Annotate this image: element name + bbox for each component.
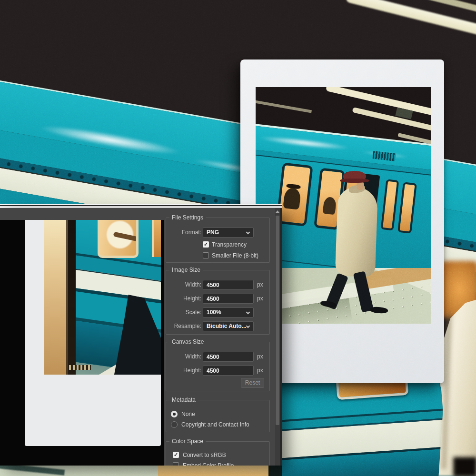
metadata-none-radio[interactable] [171, 411, 178, 417]
instant-photo-image [256, 87, 431, 324]
section-title: Image Size [169, 267, 203, 273]
height-unit: px [257, 294, 263, 304]
floor-tan-block [158, 464, 268, 476]
image-height-input[interactable] [203, 294, 254, 304]
reset-button[interactable]: Reset [241, 378, 264, 388]
doorway-interior-strip [44, 220, 68, 375]
platform-floor-strip [0, 464, 282, 476]
resample-value: Bicubic Auto... [207, 323, 247, 329]
door-threshold [69, 365, 91, 370]
scale-dropdown[interactable]: 100% [203, 307, 254, 317]
file-settings-section: File Settings Format: PNG ✓ Transparency… [166, 218, 270, 263]
passenger-silhouette [283, 187, 301, 210]
canvas-width-label: Width: [166, 352, 201, 362]
scale-value: 100% [207, 309, 221, 316]
ceiling-light-icon [256, 99, 312, 113]
format-dropdown[interactable]: PNG [203, 228, 254, 238]
canvas-height-label: Height: [166, 366, 201, 376]
width-unit: px [257, 280, 263, 290]
resample-dropdown[interactable]: Bicubic Auto... [203, 321, 254, 331]
resample-label: Resample: [166, 321, 201, 331]
embed-profile-checkbox[interactable] [173, 462, 179, 466]
format-label: Format: [166, 228, 201, 238]
door-jamb [68, 220, 76, 375]
panel-scrollbar[interactable] [275, 208, 280, 466]
chevron-down-icon [246, 230, 250, 234]
section-title: Metadata [169, 397, 198, 403]
canvas-height-input[interactable] [203, 366, 254, 376]
chevron-down-icon [246, 324, 250, 328]
canvas-height-unit: px [257, 366, 263, 376]
roof-vent-grille [372, 151, 396, 161]
export-preview-area[interactable] [0, 220, 164, 466]
height-label: Height: [166, 294, 201, 304]
export-settings-panel: File Settings Format: PNG ✓ Transparency… [164, 208, 275, 466]
image-size-section: Image Size Width: px Height: px Scale: 1… [166, 270, 270, 335]
metadata-copyright-radio[interactable] [171, 421, 178, 428]
format-value: PNG [207, 229, 219, 236]
smaller-file-label: Smaller File (8-bit) [212, 252, 258, 259]
width-label: Width: [166, 280, 201, 290]
transparency-checkbox[interactable]: ✓ [203, 241, 209, 248]
canvas-size-section: Canvas Size Width: px Height: px Reset [166, 342, 270, 391]
corner-shadow [453, 457, 476, 476]
section-title: File Settings [169, 214, 206, 221]
metadata-copyright-label: Copyright and Contact Info [181, 421, 249, 428]
transparency-label: Transparency [212, 241, 247, 248]
metadata-none-label: None [181, 411, 195, 417]
scale-label: Scale: [166, 307, 201, 317]
image-width-input[interactable] [203, 280, 254, 290]
train-window [381, 179, 399, 230]
export-dialog: File Settings Format: PNG ✓ Transparency… [0, 208, 282, 466]
metadata-section: Metadata None Copyright and Contact Info [166, 400, 270, 432]
preview-train-window [98, 220, 139, 258]
passenger-silhouette [323, 197, 337, 215]
section-title: Canvas Size [169, 338, 206, 345]
train-window [397, 182, 417, 234]
reflection-streak [259, 134, 350, 152]
canvas-width-input[interactable] [203, 352, 254, 362]
scrollbar-thumb[interactable] [276, 216, 279, 425]
convert-srgb-checkbox[interactable]: ✓ [173, 452, 179, 458]
embed-profile-label: Embed Color Profile [183, 462, 234, 466]
walking-man-coat [335, 187, 378, 278]
dialog-top-edge [0, 204, 282, 208]
scroll-up-icon[interactable] [276, 210, 279, 213]
walking-man-hat-brim [340, 178, 369, 183]
color-space-section: Color Space ✓ Convert to sRGB Embed Colo… [166, 441, 270, 466]
preview-polaroid [25, 220, 161, 446]
screenshot-root: File Settings Format: PNG ✓ Transparency… [0, 0, 476, 476]
convert-srgb-label: Convert to sRGB [183, 452, 226, 458]
smaller-file-checkbox[interactable] [203, 252, 209, 258]
floor-dark-block [268, 464, 282, 476]
canvas-width-unit: px [257, 352, 263, 362]
section-title: Color Space [169, 438, 206, 445]
preview-window-sliver [152, 220, 161, 257]
preview-photo [44, 220, 161, 375]
dialog-right-edge [280, 208, 282, 466]
chevron-down-icon [246, 310, 250, 314]
